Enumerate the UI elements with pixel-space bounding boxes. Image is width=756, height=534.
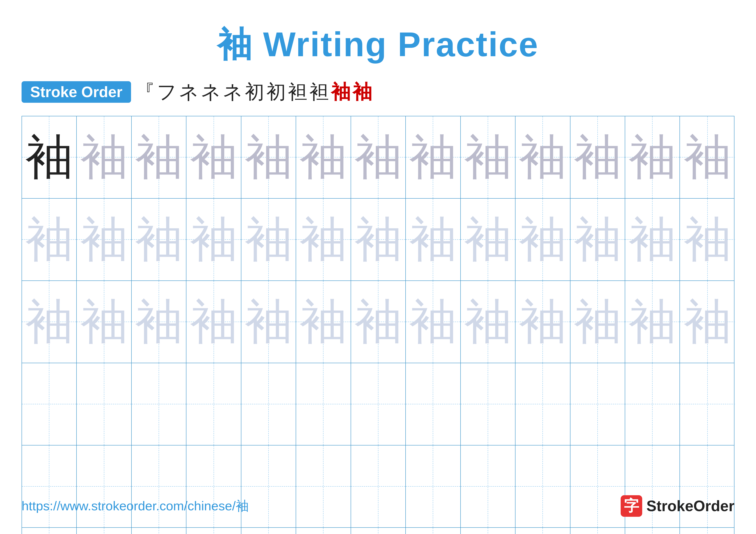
grid-row-6 <box>22 528 734 534</box>
stroke-8: 袒 <box>288 79 307 105</box>
char-medium: 袖 <box>135 134 182 181</box>
grid-cell-3-9: 袖 <box>461 281 516 363</box>
grid-cell-1-1: 袖 <box>22 116 77 198</box>
grid-cell-1-5: 袖 <box>241 116 296 198</box>
grid-cell-4-11[interactable] <box>570 363 625 445</box>
stroke-9: 袒 <box>310 79 329 105</box>
grid-cell-2-4: 袖 <box>186 199 241 280</box>
grid-cell-3-10: 袖 <box>516 281 570 363</box>
grid-cell-6-9[interactable] <box>461 528 516 534</box>
grid-cell-4-13[interactable] <box>680 363 735 445</box>
grid-cell-1-13: 袖 <box>680 116 735 198</box>
grid-cell-3-11: 袖 <box>570 281 625 363</box>
grid-cell-4-12[interactable] <box>625 363 680 445</box>
stroke-2: フ <box>157 79 177 105</box>
grid-cell-3-13: 袖 <box>680 281 735 363</box>
char-light: 袖 <box>25 216 73 263</box>
grid-row-1: 袖 袖 袖 袖 袖 袖 袖 袖 袖 <box>22 116 734 199</box>
grid-cell-4-8[interactable] <box>406 363 461 445</box>
grid-cell-1-7: 袖 <box>351 116 406 198</box>
stroke-10: 袖 <box>331 79 350 105</box>
stroke-order-badge: Stroke Order <box>21 81 131 103</box>
grid-cell-2-1: 袖 <box>22 199 77 280</box>
grid-cell-4-1[interactable] <box>22 363 77 445</box>
grid-cell-3-2: 袖 <box>77 281 131 363</box>
grid-cell-3-5: 袖 <box>241 281 296 363</box>
grid-cell-4-6[interactable] <box>296 363 351 445</box>
char-light: 袖 <box>25 298 73 345</box>
grid-cell-6-4[interactable] <box>186 528 241 534</box>
char-light: 袖 <box>300 216 347 263</box>
grid-cell-1-11: 袖 <box>570 116 625 198</box>
char-light: 袖 <box>245 216 292 263</box>
grid-cell-4-5[interactable] <box>241 363 296 445</box>
char-medium: 袖 <box>684 134 731 181</box>
char-light: 袖 <box>519 298 566 345</box>
grid-cell-1-4: 袖 <box>186 116 241 198</box>
char-light: 袖 <box>80 216 128 263</box>
grid-cell-2-2: 袖 <box>77 199 131 280</box>
char-medium: 袖 <box>629 134 676 181</box>
grid-cell-6-13[interactable] <box>680 528 735 534</box>
char-light: 袖 <box>409 298 457 345</box>
char-medium: 袖 <box>355 134 402 181</box>
grid-cell-6-12[interactable] <box>625 528 680 534</box>
char-light: 袖 <box>629 216 676 263</box>
footer-logo: 字 StrokeOrder <box>621 495 735 517</box>
grid-cell-6-10[interactable] <box>516 528 570 534</box>
grid-cell-2-6: 袖 <box>296 199 351 280</box>
char-light: 袖 <box>464 298 512 345</box>
grid-cell-6-1[interactable] <box>22 528 77 534</box>
footer-url: https://www.strokeorder.com/chinese/袖 <box>21 497 249 515</box>
strokeorder-logo-icon: 字 <box>621 495 642 517</box>
char-light: 袖 <box>464 216 512 263</box>
char-light: 袖 <box>135 298 182 345</box>
grid-cell-6-8[interactable] <box>406 528 461 534</box>
grid-cell-2-13: 袖 <box>680 199 735 280</box>
char-dark: 袖 <box>25 134 73 181</box>
grid-row-3: 袖 袖 袖 袖 袖 袖 袖 袖 袖 <box>22 281 734 363</box>
grid-cell-1-10: 袖 <box>516 116 570 198</box>
grid-cell-6-11[interactable] <box>570 528 625 534</box>
grid-row-2: 袖 袖 袖 袖 袖 袖 袖 袖 袖 <box>22 199 734 281</box>
grid-cell-4-7[interactable] <box>351 363 406 445</box>
grid-cell-4-2[interactable] <box>77 363 131 445</box>
grid-cell-4-4[interactable] <box>186 363 241 445</box>
grid-cell-2-10: 袖 <box>516 199 570 280</box>
char-light: 袖 <box>684 298 731 345</box>
grid-cell-4-9[interactable] <box>461 363 516 445</box>
grid-cell-4-10[interactable] <box>516 363 570 445</box>
grid-cell-6-7[interactable] <box>351 528 406 534</box>
grid-cell-6-3[interactable] <box>132 528 186 534</box>
grid-cell-1-9: 袖 <box>461 116 516 198</box>
char-light: 袖 <box>519 216 566 263</box>
grid-cell-6-5[interactable] <box>241 528 296 534</box>
stroke-order-row: Stroke Order 『 フ ネ ネ ネ 初 初 袒 袒 袖 袖 <box>17 79 739 105</box>
char-medium: 袖 <box>245 134 292 181</box>
char-light: 袖 <box>684 216 731 263</box>
char-medium: 袖 <box>409 134 457 181</box>
stroke-6: 初 <box>245 79 264 105</box>
page: 袖 Writing Practice Stroke Order 『 フ ネ ネ … <box>0 0 756 534</box>
grid-cell-1-2: 袖 <box>77 116 131 198</box>
char-medium: 袖 <box>574 134 621 181</box>
grid-cell-1-3: 袖 <box>132 116 186 198</box>
grid-cell-6-6[interactable] <box>296 528 351 534</box>
grid-cell-4-3[interactable] <box>132 363 186 445</box>
stroke-11: 袖 <box>353 79 372 105</box>
grid-cell-1-12: 袖 <box>625 116 680 198</box>
logo-char: 字 <box>624 496 639 516</box>
grid-cell-1-6: 袖 <box>296 116 351 198</box>
char-light: 袖 <box>629 298 676 345</box>
grid-cell-6-2[interactable] <box>77 528 131 534</box>
stroke-4: ネ <box>201 79 221 105</box>
char-light: 袖 <box>190 216 237 263</box>
char-light: 袖 <box>300 298 347 345</box>
stroke-3: ネ <box>179 79 199 105</box>
char-light: 袖 <box>409 216 457 263</box>
char-medium: 袖 <box>190 134 237 181</box>
char-light: 袖 <box>80 298 128 345</box>
stroke-1: 『 <box>135 79 155 105</box>
footer: https://www.strokeorder.com/chinese/袖 字 … <box>21 495 735 517</box>
grid-cell-2-7: 袖 <box>351 199 406 280</box>
